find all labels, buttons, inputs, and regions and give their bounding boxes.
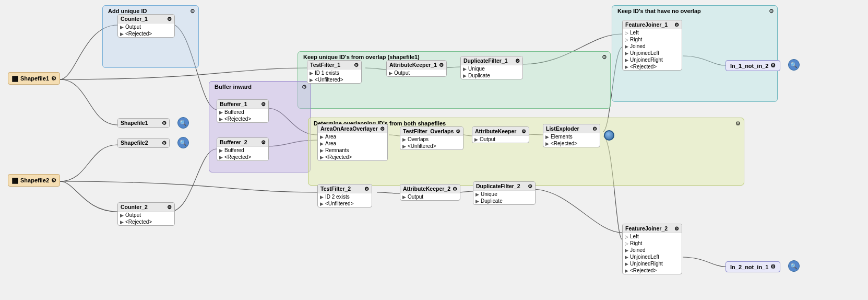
group-add-unique-id-gear[interactable]: ⚙ <box>190 8 195 15</box>
shapefile2-input-label: Shapefile2 <box>20 177 49 183</box>
counter1-header: Counter_1 ⚙ <box>118 15 174 24</box>
attributekeeper1-header: AttributeKeeper_1 ⚙ <box>387 61 446 70</box>
shapefile2-icon: ▦ <box>11 176 18 184</box>
in2-not-in1-node[interactable]: In_2_not_in_1 ⚙ <box>726 261 780 272</box>
counter1-rejected-port: ▶<Rejected> <box>118 30 174 37</box>
testfilter-overlaps-port: ▶Overlaps <box>400 136 463 143</box>
counter2-gear[interactable]: ⚙ <box>167 204 172 210</box>
shapefile1-gear[interactable]: ⚙ <box>51 75 56 82</box>
attributekeeper-node[interactable]: AttributeKeeper ⚙ ▶Output <box>472 126 529 143</box>
counter2-node[interactable]: Counter_2 ⚙ ▶Output ▶<Rejected> <box>117 202 175 226</box>
group-keep-unique-label: Keep unique ID's from overlap (shapefile… <box>303 54 420 60</box>
bufferer2-buffered-port: ▶Buffered <box>217 147 268 154</box>
listexploder-gear[interactable]: ⚙ <box>592 126 597 132</box>
in1-not-in2-inspect[interactable]: 🔍 <box>788 59 800 71</box>
workflow-canvas: Add unique ID ⚙ Keep unique ID's from ov… <box>0 0 868 300</box>
testfilter1-header: TestFilter_1 ⚙ <box>307 61 361 70</box>
featurejoiner1-node[interactable]: FeatureJoiner_1 ⚙ ▷Left ▷Right ▶Joined ▶… <box>622 20 682 71</box>
bufferer1-node[interactable]: Bufferer_1 ⚙ ▶Buffered ▶<Rejected> <box>217 99 269 123</box>
duplicatefilter1-unique-port: ▶Unique <box>461 65 522 72</box>
attributekeeper1-output-port: ▶Output <box>387 70 446 76</box>
featurejoiner1-gear[interactable]: ⚙ <box>674 22 679 28</box>
areaonarea-area1-port: ▶Area <box>318 133 387 140</box>
testfilter2-node[interactable]: TestFilter_2 ⚙ ▶ID 2 exists ▶<Unfiltered… <box>317 184 372 207</box>
testfilter2-id2-port: ▶ID 2 exists <box>318 193 372 200</box>
duplicatefilter2-node[interactable]: DuplicateFilter_2 ⚙ ▶Unique ▶Duplicate <box>473 181 536 205</box>
areaonarea-header: AreaOnAreaOverlayer ⚙ <box>318 124 387 133</box>
shapefile2-input[interactable]: ▦ Shapefile2 ⚙ <box>8 174 60 187</box>
testfilter-overlaps-gear[interactable]: ⚙ <box>456 129 460 134</box>
duplicatefilter1-gear[interactable]: ⚙ <box>515 58 520 64</box>
areaonarea-rejected-port: ▶<Rejected> <box>318 154 387 160</box>
attributekeeper1-gear[interactable]: ⚙ <box>439 62 444 68</box>
shapefile2-viewer-node[interactable]: Shapefile2 ⚙ <box>117 138 170 148</box>
group-keep-unique-gear[interactable]: ⚙ <box>602 54 607 61</box>
duplicatefilter1-node[interactable]: DuplicateFilter_1 ⚙ ▶Unique ▶Duplicate <box>460 56 523 79</box>
shapefile1-input[interactable]: ▦ Shapefile1 ⚙ <box>8 72 60 85</box>
shapefile2-gear[interactable]: ⚙ <box>51 177 56 184</box>
shapefile1-inspect-icon[interactable]: 🔍 <box>177 117 189 129</box>
testfilter1-id1-port: ▶ID 1 exists <box>307 70 361 76</box>
featurejoiner2-unjoined-left-port: ▶UnjoinedLeft <box>623 253 682 260</box>
testfilter2-header: TestFilter_2 ⚙ <box>318 184 372 193</box>
attributekeeper2-node[interactable]: AttributeKeeper_2 ⚙ ▶Output <box>400 184 460 201</box>
group-keep-no-overlap-gear[interactable]: ⚙ <box>769 8 774 15</box>
attributekeeper-header: AttributeKeeper ⚙ <box>472 127 529 136</box>
featurejoiner1-rejected-port: ▶<Rejected> <box>623 63 682 70</box>
testfilter1-gear[interactable]: ⚙ <box>354 62 359 68</box>
counter2-rejected-port: ▶<Rejected> <box>118 218 174 225</box>
in2-not-in1-label: In_2_not_in_1 <box>730 264 768 270</box>
shapefile2-inspect-icon[interactable]: 🔍 <box>177 137 189 148</box>
testfilter1-node[interactable]: TestFilter_1 ⚙ ▶ID 1 exists ▶<Unfiltered… <box>307 60 362 84</box>
featurejoiner1-right-port: ▷Right <box>623 36 682 43</box>
group-buffer-gear[interactable]: ⚙ <box>302 84 307 90</box>
shapefile1-viewer-gear[interactable]: ⚙ <box>162 120 167 126</box>
featurejoiner2-gear[interactable]: ⚙ <box>674 226 679 232</box>
duplicatefilter2-unique-port: ▶Unique <box>473 191 535 198</box>
bufferer2-node[interactable]: Bufferer_2 ⚙ ▶Buffered ▶<Rejected> <box>217 137 269 161</box>
group-overlapping-gear[interactable]: ⚙ <box>735 120 741 127</box>
shapefile1-viewer-node[interactable]: Shapefile1 ⚙ <box>117 118 170 128</box>
featurejoiner2-node[interactable]: FeatureJoiner_2 ⚙ ▷Left ▷Right ▶Joined ▶… <box>622 224 682 274</box>
counter2-output-port: ▶Output <box>118 212 174 218</box>
listexploder-elements-port: ▶Elements <box>543 133 600 140</box>
listexploder-rejected-port: ▶<Rejected> <box>543 140 600 147</box>
shapefile1-input-label: Shapefile1 <box>20 75 49 82</box>
in1-not-in2-node[interactable]: In_1_not_in_2 ⚙ <box>726 60 780 71</box>
shapefile2-viewer-gear[interactable]: ⚙ <box>162 140 167 146</box>
duplicatefilter2-header: DuplicateFilter_2 ⚙ <box>473 182 535 191</box>
in2-not-in1-inspect[interactable]: 🔍 <box>788 260 800 272</box>
duplicatefilter1-duplicate-port: ▶Duplicate <box>461 72 522 79</box>
bufferer2-rejected-port: ▶<Rejected> <box>217 154 268 160</box>
featurejoiner2-unjoined-right-port: ▶UnjoinedRight <box>623 260 682 267</box>
listexploder-node[interactable]: ListExploder ⚙ ▶Elements ▶<Rejected> <box>543 124 600 147</box>
attributekeeper2-gear[interactable]: ⚙ <box>453 186 457 192</box>
listexploder-dot-connector <box>604 130 614 141</box>
in2-not-in1-gear[interactable]: ⚙ <box>770 263 776 270</box>
featurejoiner2-left-port: ▷Left <box>623 233 682 240</box>
group-keep-no-overlap-label: Keep ID's that have no overlap <box>617 8 701 14</box>
testfilter2-unfiltered-port: ▶<Unfiltered> <box>318 200 372 207</box>
shapefile1-viewer-header: Shapefile1 ⚙ <box>118 119 169 128</box>
areaonarea-area2-port: ▶Area <box>318 140 387 147</box>
counter1-gear[interactable]: ⚙ <box>167 16 172 22</box>
areaonarea-gear[interactable]: ⚙ <box>380 126 385 132</box>
featurejoiner1-left-port: ▷Left <box>623 29 682 36</box>
duplicatefilter1-header: DuplicateFilter_1 ⚙ <box>461 56 522 65</box>
counter1-node[interactable]: Counter_1 ⚙ ▶Output ▶<Rejected> <box>117 14 175 38</box>
areaonarea-node[interactable]: AreaOnAreaOverlayer ⚙ ▶Area ▶Area ▶Remna… <box>317 124 388 161</box>
in1-not-in2-label: In_1_not_in_2 <box>730 63 768 69</box>
testfilter2-gear[interactable]: ⚙ <box>364 186 369 192</box>
duplicatefilter2-gear[interactable]: ⚙ <box>528 183 532 189</box>
bufferer1-gear[interactable]: ⚙ <box>261 101 266 107</box>
testfilter-overlaps-node[interactable]: TestFilter_Overlaps ⚙ ▶Overlaps ▶<Unfilt… <box>400 126 463 150</box>
shapefile-icon: ▦ <box>11 74 18 83</box>
featurejoiner2-joined-port: ▶Joined <box>623 247 682 253</box>
attributekeeper-gear[interactable]: ⚙ <box>521 129 526 134</box>
bufferer2-gear[interactable]: ⚙ <box>261 140 266 145</box>
attributekeeper1-node[interactable]: AttributeKeeper_1 ⚙ ▶Output <box>386 60 447 77</box>
in1-not-in2-gear[interactable]: ⚙ <box>770 62 776 69</box>
featurejoiner1-unjoined-right-port: ▶UnjoinedRight <box>623 56 682 63</box>
featurejoiner1-unjoined-left-port: ▶UnjoinedLeft <box>623 50 682 56</box>
testfilter-unfiltered-port: ▶<Unfiltered> <box>400 143 463 149</box>
